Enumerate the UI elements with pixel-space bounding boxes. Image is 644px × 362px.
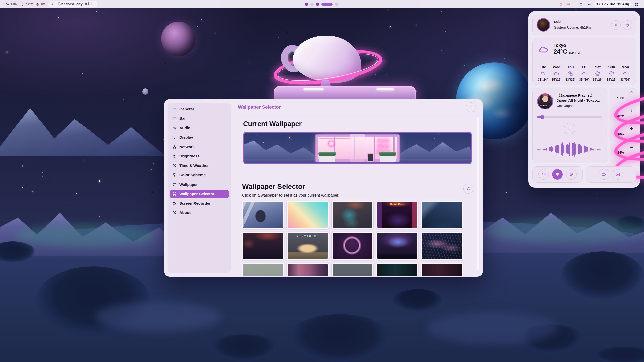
wave-bar — [540, 149, 541, 150]
wave-bar — [589, 147, 589, 151]
scrollbar[interactable] — [477, 117, 479, 270]
star — [96, 11, 97, 12]
recorder-icon — [601, 172, 607, 177]
system-stats-pill[interactable]: 1.8%47°C8G — [2, 1, 49, 7]
sidebar-item-display[interactable]: Display — [170, 133, 229, 142]
media-pill[interactable]: 【Japanese Playlist】J... — [48, 1, 99, 7]
star — [642, 217, 642, 218]
wallpaper-thumb-blossom-grove[interactable] — [287, 263, 329, 276]
cafe-planter — [319, 155, 335, 162]
star — [113, 179, 113, 180]
wave-bar — [539, 149, 540, 150]
sidebar-item-screen-recorder[interactable]: Screen Recorder — [170, 199, 229, 207]
workspace-dot-5[interactable] — [335, 3, 338, 6]
screenshot-button[interactable] — [613, 169, 623, 180]
sidebar-item-label: Screen Recorder — [179, 201, 211, 206]
wallpaper-thumb-image — [377, 233, 417, 259]
sidebar-item-audio[interactable]: Audio — [170, 124, 229, 132]
power-button[interactable] — [623, 20, 632, 30]
wallpaper-thumb-nebula-forest[interactable] — [376, 232, 418, 260]
photo-icon[interactable] — [566, 2, 570, 6]
stat-value: 1.8% — [10, 2, 18, 6]
wallpaper-thumb-dark-maroon[interactable] — [421, 263, 463, 276]
wallpaper-thumb-image — [333, 202, 372, 228]
wallpaper-thumb-deep-teal[interactable] — [376, 263, 418, 276]
close-button[interactable] — [466, 102, 476, 112]
wallpaper-thumb-snow-fortress[interactable] — [421, 201, 463, 229]
wallpaper-thumb-ember-forest[interactable] — [242, 232, 284, 260]
wave-bar — [587, 147, 588, 152]
disk-icon — [630, 145, 633, 149]
preview-cafe: Fresh Moon Beans — [315, 134, 400, 162]
system-tray[interactable] — [554, 1, 575, 7]
star — [50, 183, 50, 183]
workspace-dot-3[interactable] — [316, 3, 319, 6]
refresh-button[interactable] — [463, 184, 473, 194]
wallpaper-thumb-pastel-gradient[interactable] — [287, 201, 329, 229]
star — [434, 138, 435, 139]
star — [165, 63, 166, 63]
wave-bar — [543, 149, 544, 150]
wallpaper-thumb-lofi-coffee-shop[interactable]: ローファイコーヒー — [287, 232, 329, 260]
star — [438, 134, 439, 134]
wallpaper-selector-heading: Wallpaper Selector — [242, 183, 305, 191]
sidebar-item-about[interactable]: About — [170, 209, 229, 217]
sidebar-item-time-weather[interactable]: Time & Weather — [170, 161, 229, 170]
wallpaper-thumb-sage-blur[interactable] — [242, 263, 284, 276]
wallpaper-thumb-text: ローファイコーヒー — [288, 234, 328, 238]
forecast-temps: 33°/24° — [538, 78, 548, 81]
wallpaper-thumb-violet-ring[interactable] — [332, 232, 373, 260]
wallpaper-thumb-anime-street[interactable] — [242, 201, 284, 229]
sidebar-item-brightness[interactable]: Brightness — [170, 152, 229, 160]
wave-bar — [566, 145, 567, 153]
surface-glow — [15, 224, 156, 247]
cloud-icon — [622, 70, 628, 77]
hand-icon[interactable] — [559, 2, 563, 6]
seek-thumb[interactable] — [540, 115, 544, 119]
sidebar-item-color-scheme[interactable]: Color Scheme — [170, 171, 229, 179]
wallpaper-thumb-image — [422, 202, 462, 228]
wallpaper-thumb-pink-mesh[interactable] — [421, 232, 463, 260]
profile-power-saver[interactable] — [566, 169, 577, 180]
sidebar-item-label: About — [179, 210, 191, 215]
dashboard-button[interactable] — [633, 1, 640, 7]
settings-button[interactable] — [611, 20, 621, 30]
top-bar: 1.8%47°C8G 【Japanese Playlist】J... 17:17… — [0, 0, 644, 8]
star — [416, 25, 416, 26]
profile-balanced[interactable] — [552, 169, 563, 180]
star — [417, 135, 418, 135]
star — [123, 99, 124, 100]
notifications-button[interactable] — [578, 1, 584, 7]
wave-bar — [598, 149, 599, 150]
sidebar-item-network[interactable]: Network — [170, 143, 229, 151]
bell-icon — [579, 2, 583, 6]
forecast-day-thu: Thu33°/26° — [564, 65, 577, 83]
seek-slider[interactable] — [537, 116, 602, 118]
workspace-indicator[interactable] — [302, 1, 341, 7]
star — [432, 145, 433, 145]
stat-chip: 8G — [36, 2, 45, 6]
sidebar-item-general[interactable]: General — [170, 105, 229, 113]
sidebar-item-label: General — [179, 107, 194, 111]
clock[interactable]: 17:17 - Tue, 19 Aug — [594, 1, 631, 7]
wallpaper-thumb-slate-grey[interactable] — [332, 263, 373, 276]
star — [464, 65, 465, 66]
workspace-dot-4[interactable] — [321, 3, 333, 6]
sidebar-item-wallpaper-selector[interactable]: Wallpaper Selector — [170, 190, 229, 198]
sidebar-item-wallpaper[interactable]: Wallpaper — [170, 180, 229, 189]
wallpaper-thumb-neon-arcade[interactable]: Game Over — [376, 201, 418, 229]
sidebar-item-bar[interactable]: Bar — [170, 114, 229, 123]
star — [390, 26, 391, 27]
screen-record-button[interactable] — [599, 169, 609, 180]
pause-button[interactable] — [564, 123, 575, 134]
wave-bar — [600, 149, 601, 150]
star — [84, 93, 84, 94]
workspace-dot-2[interactable] — [310, 3, 314, 6]
workspace-dot-1[interactable] — [305, 3, 308, 6]
volume-button[interactable] — [586, 1, 592, 7]
wave-bar — [595, 149, 595, 150]
rain-icon — [595, 70, 601, 77]
sidebar-item-label: Wallpaper Selector — [179, 192, 214, 196]
profile-performance[interactable] — [538, 169, 549, 180]
wallpaper-thumb-teal-blur[interactable] — [332, 201, 373, 229]
